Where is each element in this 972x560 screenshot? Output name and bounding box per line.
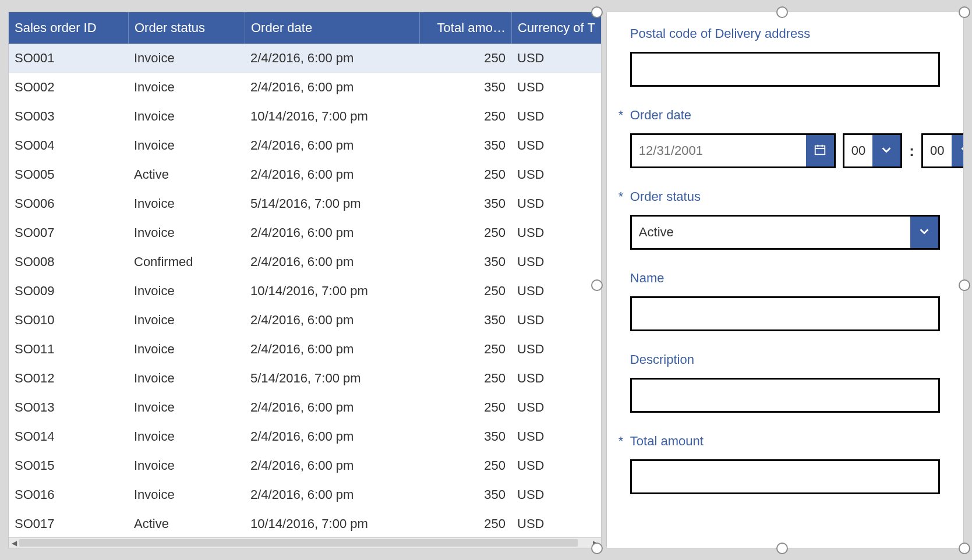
cell-total-amount: 250 bbox=[419, 516, 511, 531]
cell-order-date: 2/4/2016, 6:00 pm bbox=[245, 167, 419, 182]
cell-total-amount: 250 bbox=[419, 225, 511, 240]
order-details-form-panel: Postal code of Delivery address * Order … bbox=[606, 12, 964, 548]
cell-currency: USD bbox=[511, 51, 601, 66]
minute-dropdown-button[interactable] bbox=[952, 135, 964, 166]
cell-order-status: Confirmed bbox=[128, 254, 245, 270]
field-name: Name bbox=[630, 271, 940, 331]
scroll-thumb[interactable] bbox=[19, 539, 578, 547]
cell-total-amount: 250 bbox=[419, 283, 511, 299]
total-amount-input[interactable] bbox=[630, 459, 940, 494]
column-header-order-date[interactable]: Order date bbox=[245, 12, 419, 44]
column-header-currency[interactable]: Currency of T bbox=[511, 12, 601, 44]
column-header-order-status[interactable]: Order status bbox=[128, 12, 245, 44]
cell-total-amount: 350 bbox=[419, 429, 511, 444]
postal-code-input[interactable] bbox=[630, 52, 940, 87]
cell-currency: USD bbox=[511, 400, 601, 415]
scroll-left-arrow-icon[interactable]: ◀ bbox=[9, 538, 19, 548]
cell-order-status: Invoice bbox=[128, 342, 245, 357]
hour-value: 00 bbox=[844, 135, 872, 166]
cell-order-date: 2/4/2016, 6:00 pm bbox=[245, 429, 419, 444]
cell-order-date: 2/4/2016, 6:00 pm bbox=[245, 254, 419, 270]
cell-total-amount: 250 bbox=[419, 458, 511, 473]
total-amount-label-text: Total amount bbox=[630, 434, 704, 449]
field-postal-code: Postal code of Delivery address bbox=[630, 26, 940, 87]
cell-order-date: 2/4/2016, 6:00 pm bbox=[245, 458, 419, 473]
cell-order-date: 10/14/2016, 7:00 pm bbox=[245, 516, 419, 531]
table-row[interactable]: SO004Invoice2/4/2016, 6:00 pm350USD bbox=[9, 131, 601, 160]
table-row[interactable]: SO012Invoice5/14/2016, 7:00 pm250USD bbox=[9, 364, 601, 393]
table-row[interactable]: SO005Active2/4/2016, 6:00 pm250USD bbox=[9, 160, 601, 189]
cell-currency: USD bbox=[511, 458, 601, 473]
cell-order-status: Invoice bbox=[128, 196, 245, 211]
cell-order-date: 2/4/2016, 6:00 pm bbox=[245, 225, 419, 240]
cell-total-amount: 250 bbox=[419, 109, 511, 124]
cell-currency: USD bbox=[511, 283, 601, 299]
order-status-value: Active bbox=[632, 217, 910, 248]
table-row[interactable]: SO015Invoice2/4/2016, 6:00 pm250USD bbox=[9, 451, 601, 480]
cell-total-amount: 350 bbox=[419, 138, 511, 153]
order-status-select[interactable]: Active bbox=[630, 215, 940, 250]
table-row[interactable]: SO013Invoice2/4/2016, 6:00 pm250USD bbox=[9, 393, 601, 422]
resize-handle-s[interactable] bbox=[776, 543, 788, 554]
table-body[interactable]: SO001Invoice2/4/2016, 6:00 pm250USDSO002… bbox=[9, 44, 601, 537]
resize-handle-sw[interactable] bbox=[591, 543, 603, 554]
cell-total-amount: 350 bbox=[419, 254, 511, 270]
time-separator: : bbox=[909, 142, 914, 160]
hour-select[interactable]: 00 bbox=[843, 133, 902, 168]
table-row[interactable]: SO017Active10/14/2016, 7:00 pm250USD bbox=[9, 509, 601, 537]
cell-total-amount: 250 bbox=[419, 51, 511, 66]
chevron-down-icon bbox=[918, 225, 931, 240]
cell-currency: USD bbox=[511, 371, 601, 386]
resize-handle-ne[interactable] bbox=[959, 6, 970, 18]
cell-order-date: 2/4/2016, 6:00 pm bbox=[245, 138, 419, 153]
name-input[interactable] bbox=[630, 296, 940, 331]
cell-order-status: Invoice bbox=[128, 80, 245, 95]
column-header-total-amount[interactable]: Total amo… bbox=[419, 12, 511, 44]
cell-currency: USD bbox=[511, 429, 601, 444]
description-input[interactable] bbox=[630, 378, 940, 413]
cell-order-date: 5/14/2016, 7:00 pm bbox=[245, 196, 419, 211]
table-row[interactable]: SO001Invoice2/4/2016, 6:00 pm250USD bbox=[9, 44, 601, 73]
order-date-input[interactable] bbox=[632, 135, 806, 166]
minute-value: 00 bbox=[923, 135, 951, 166]
table-header-row: Sales order ID Order status Order date T… bbox=[9, 12, 601, 44]
cell-sales-order-id: SO011 bbox=[9, 342, 128, 357]
table-row[interactable]: SO014Invoice2/4/2016, 6:00 pm350USD bbox=[9, 422, 601, 451]
field-total-amount: * Total amount bbox=[630, 434, 940, 494]
table-row[interactable]: SO007Invoice2/4/2016, 6:00 pm250USD bbox=[9, 218, 601, 247]
table-row[interactable]: SO010Invoice2/4/2016, 6:00 pm350USD bbox=[9, 306, 601, 335]
cell-order-date: 2/4/2016, 6:00 pm bbox=[245, 342, 419, 357]
table-row[interactable]: SO008Confirmed2/4/2016, 6:00 pm350USD bbox=[9, 247, 601, 277]
horizontal-scrollbar[interactable]: ◀ ▶ bbox=[9, 537, 601, 548]
column-header-sales-order-id[interactable]: Sales order ID bbox=[9, 12, 128, 44]
table-row[interactable]: SO016Invoice2/4/2016, 6:00 pm350USD bbox=[9, 480, 601, 509]
resize-handle-se[interactable] bbox=[959, 543, 970, 554]
table-row[interactable]: SO003Invoice10/14/2016, 7:00 pm250USD bbox=[9, 102, 601, 131]
table-row[interactable]: SO002Invoice2/4/2016, 6:00 pm350USD bbox=[9, 73, 601, 102]
calendar-button[interactable] bbox=[806, 135, 834, 166]
cell-order-status: Invoice bbox=[128, 458, 245, 473]
cell-sales-order-id: SO002 bbox=[9, 80, 128, 95]
cell-order-status: Invoice bbox=[128, 371, 245, 386]
resize-handle-w[interactable] bbox=[591, 279, 603, 291]
cell-sales-order-id: SO009 bbox=[9, 283, 128, 299]
status-dropdown-button[interactable] bbox=[910, 217, 938, 248]
chevron-down-icon bbox=[880, 143, 893, 158]
cell-order-status: Invoice bbox=[128, 313, 245, 328]
hour-dropdown-button[interactable] bbox=[872, 135, 900, 166]
table-row[interactable]: SO011Invoice2/4/2016, 6:00 pm250USD bbox=[9, 335, 601, 364]
resize-handle-nw[interactable] bbox=[591, 6, 603, 18]
resize-handle-e[interactable] bbox=[959, 279, 970, 291]
table-row[interactable]: SO006Invoice5/14/2016, 7:00 pm350USD bbox=[9, 189, 601, 218]
cell-order-date: 2/4/2016, 6:00 pm bbox=[245, 487, 419, 502]
cell-total-amount: 350 bbox=[419, 80, 511, 95]
description-label: Description bbox=[630, 352, 940, 367]
cell-sales-order-id: SO016 bbox=[9, 487, 128, 502]
resize-handle-n[interactable] bbox=[776, 6, 788, 18]
cell-total-amount: 350 bbox=[419, 196, 511, 211]
cell-currency: USD bbox=[511, 313, 601, 328]
cell-order-date: 10/14/2016, 7:00 pm bbox=[245, 109, 419, 124]
cell-sales-order-id: SO013 bbox=[9, 400, 128, 415]
table-row[interactable]: SO009Invoice10/14/2016, 7:00 pm250USD bbox=[9, 277, 601, 306]
minute-select[interactable]: 00 bbox=[921, 133, 964, 168]
